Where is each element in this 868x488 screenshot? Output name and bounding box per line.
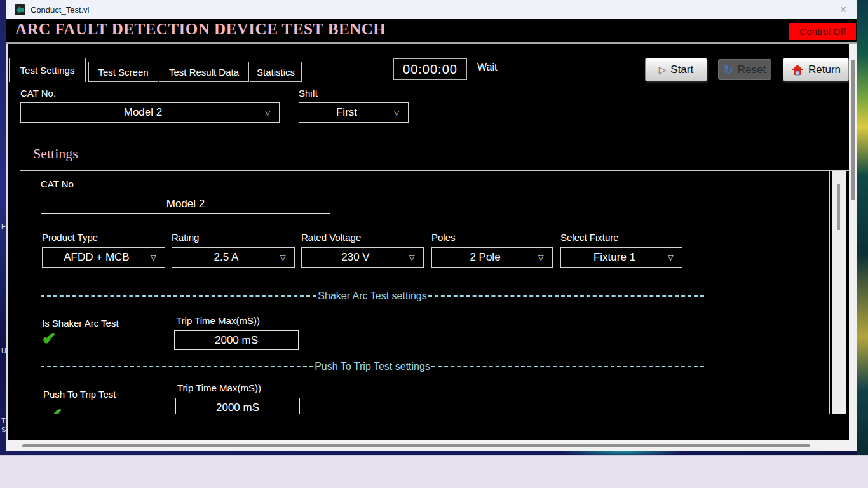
divider-dashes [428, 295, 704, 297]
reset-button-label: Reset [738, 64, 766, 76]
divider-dashes [41, 295, 316, 297]
elapsed-time-display: 00:00:00 [393, 58, 467, 80]
taskbar: ⌕ Search T L ∧ ☁ ENG IN [0, 455, 868, 488]
settings-title: Settings [33, 146, 78, 162]
cat-no-field-label: CAT No [41, 179, 74, 189]
return-button-label: Return [808, 64, 841, 76]
select-fixture-label: Select Fixture [560, 232, 619, 243]
cat-no-select[interactable]: Model 2 ▽ [20, 102, 280, 123]
desktop-icon-label-fragment: T [1, 417, 6, 424]
desktop-icon-label-fragment: F [1, 222, 6, 230]
settings-scrollbar[interactable] [832, 171, 846, 414]
settings-scrollbar-thumb[interactable] [837, 184, 840, 230]
front-panel: Test Settings Test Screen Test Result Da… [6, 44, 855, 440]
app-header: ARC FAULT DETECTION DEVICE TEST BENCH Co… [6, 19, 857, 42]
dropdown-arrow-icon: ▽ [394, 109, 408, 117]
shift-select-value: First [299, 106, 394, 119]
desktop-left-strip: F U T S [0, 0, 6, 488]
push-section-divider: Push To Trip Test settings [41, 361, 704, 372]
dropdown-arrow-icon: ▽ [151, 254, 165, 262]
rated-voltage-label: Rated Voltage [301, 232, 361, 243]
settings-panel: Settings CAT No Model 2 Product Type AFD… [20, 135, 850, 416]
divider-dashes [41, 366, 313, 367]
desktop-icon-label-fragment: S [1, 426, 6, 433]
shaker-section-divider: Shaker Arc Test settings [41, 290, 704, 302]
is-shaker-arc-test-label: Is Shaker Arc Test [42, 318, 119, 329]
push-trip-time-label: Trip Time Max(mS)) [177, 383, 261, 393]
window-vscroll-thumb[interactable] [851, 60, 855, 200]
tab-test-result-data[interactable]: Test Result Data [159, 62, 249, 82]
reset-button[interactable]: ↻ Reset [718, 59, 771, 80]
window-title: Conduct_Test.vi [31, 5, 90, 15]
start-button[interactable]: ▷ Start [645, 58, 707, 81]
poles-select[interactable]: 2 Pole ▽ [431, 247, 553, 268]
tab-test-settings[interactable]: Test Settings [9, 58, 86, 82]
start-button-label: Start [670, 64, 693, 76]
page-title: ARC FAULT DETECTION DEVICE TEST BENCH [15, 20, 386, 38]
shift-select[interactable]: First ▽ [299, 102, 409, 123]
settings-scroll-area: CAT No Model 2 Product Type AFDD + MCB ▽… [22, 171, 830, 414]
rated-voltage-select[interactable]: 230 V ▽ [301, 247, 424, 268]
window-titlebar[interactable]: Conduct_Test.vi ✕ [6, 0, 857, 19]
home-icon [791, 64, 804, 76]
control-off-button[interactable]: Control Off [789, 23, 856, 40]
dropdown-arrow-icon: ▽ [668, 254, 682, 262]
cat-no-select-value: Model 2 [21, 106, 265, 119]
tab-test-screen[interactable]: Test Screen [88, 62, 158, 82]
window-vertical-scrollbar[interactable] [849, 44, 857, 451]
window-horizontal-scrollbar[interactable] [6, 440, 849, 451]
product-type-value: AFDD + MCB [43, 251, 151, 264]
shaker-trip-time-field[interactable]: 2000 mS [174, 330, 299, 350]
desktop-icon-label-fragment: U [1, 347, 6, 355]
divider-dashes [431, 366, 704, 367]
product-type-select[interactable]: AFDD + MCB ▽ [42, 247, 165, 268]
labview-vi-icon [15, 4, 25, 15]
product-type-label: Product Type [42, 232, 98, 243]
desktop-right-strip [857, 0, 868, 488]
dropdown-arrow-icon: ▽ [265, 109, 279, 117]
poles-label: Poles [431, 232, 456, 243]
rating-value: 2.5 A [172, 251, 280, 264]
push-divider-label: Push To Trip Test settings [313, 361, 431, 372]
dropdown-arrow-icon: ▽ [280, 254, 294, 262]
shaker-trip-time-label: Trip Time Max(mS)) [176, 315, 260, 326]
shaker-divider-label: Shaker Arc Test settings [316, 290, 428, 302]
shift-select-label: Shift [299, 88, 318, 98]
reset-icon: ↻ [724, 63, 733, 77]
window-hscroll-thumb[interactable] [22, 444, 810, 447]
play-icon: ▷ [659, 64, 667, 76]
tab-statistics[interactable]: Statistics [250, 62, 302, 82]
cat-no-field[interactable]: Model 2 [41, 194, 330, 214]
fixture-select[interactable]: Fixture 1 ▽ [560, 247, 682, 268]
shaker-checkbox-checked-icon[interactable]: ✔ [42, 329, 57, 349]
rating-label: Rating [172, 232, 199, 243]
dropdown-arrow-icon: ▽ [409, 254, 423, 262]
dropdown-arrow-icon: ▽ [538, 254, 552, 262]
rating-select[interactable]: 2.5 A ▽ [172, 247, 295, 268]
push-trip-time-field[interactable]: 2000 mS [175, 398, 300, 414]
state-text: Wait [477, 62, 497, 73]
vi-window: Conduct_Test.vi ✕ ARC FAULT DETECTION DE… [6, 0, 857, 451]
cat-no-select-label: CAT No. [20, 88, 56, 98]
rated-voltage-value: 230 V [302, 251, 409, 264]
poles-value: 2 Pole [432, 251, 538, 264]
fixture-value: Fixture 1 [561, 251, 668, 264]
close-icon[interactable]: ✕ [836, 3, 851, 17]
return-button[interactable]: Return [783, 58, 849, 81]
push-to-trip-test-label: Push To Trip Test [43, 389, 116, 400]
push-checkbox-checked-icon[interactable]: ✔ [48, 405, 63, 414]
